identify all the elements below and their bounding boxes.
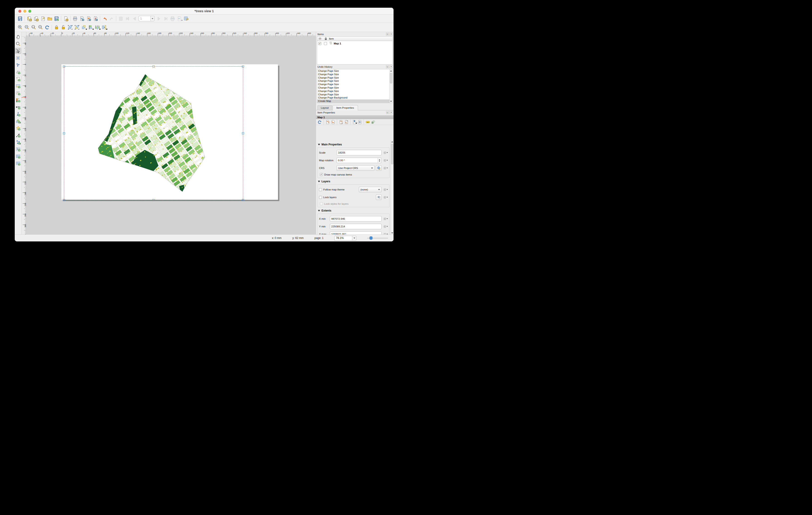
new-layout-button[interactable] [26,15,33,22]
ungroup-items-button[interactable] [74,24,80,31]
scale-override-button[interactable] [383,150,388,155]
tab-layout[interactable]: Layout [317,105,332,110]
export-as-pdf-button[interactable] [92,15,99,22]
zoom-full-extent-button[interactable] [37,24,44,31]
resize-handle-nw[interactable] [63,65,65,67]
zoom-dropdown-icon[interactable] [352,236,356,241]
add-shape-button[interactable] [15,118,21,124]
align-selected-items-button[interactable] [87,24,94,31]
crs-override-button[interactable] [383,166,388,170]
export-as-image-button[interactable] [78,15,85,22]
undo-history-entry[interactable]: Change Page Size [317,76,393,80]
lock-layers-checkbox[interactable] [319,196,322,199]
pan-layout-tool-button[interactable] [15,34,21,40]
items-row-map1[interactable]: ✓ Map 1 [317,41,393,46]
undo-history-entry[interactable]: Change Page Size [317,73,393,76]
redo-button[interactable] [108,15,115,22]
lock-selected-items-button[interactable] [53,24,60,31]
add-attribute-table-button[interactable] [15,153,21,159]
map-item[interactable] [64,67,243,200]
visibility-preset-button[interactable] [376,194,381,200]
dropdown-icon[interactable] [150,16,154,21]
zoom-actual-size-button[interactable]: 1:1 [30,24,37,31]
scroll-down-icon[interactable] [390,100,393,103]
atlas-first-feature-button[interactable] [124,15,131,22]
add-label-button[interactable]: T [15,90,21,96]
map-rotation-spinbox[interactable]: 0.00 ° [337,158,381,163]
resize-handle-se[interactable] [242,199,244,201]
undo-history-entry[interactable]: Change Page Size [317,83,393,86]
add-north-arrow-button[interactable]: N [15,111,21,117]
export-atlas-button[interactable] [176,15,183,22]
atlas-next-feature-button[interactable] [155,15,162,22]
scale-input[interactable] [337,150,381,155]
add-html-frame-button[interactable] [15,146,21,152]
undo-history-entry[interactable]: Create Map [317,99,393,103]
print-layout-button[interactable] [71,15,78,22]
clipping-settings-button[interactable] [371,119,376,125]
ymin-override-button[interactable] [383,224,388,229]
atlas-previous-feature-button[interactable] [131,15,138,22]
close-panel-icon[interactable]: ✕ [390,33,393,35]
float-panel-icon[interactable]: ◱ [386,65,389,68]
layout-page[interactable] [61,64,278,200]
resize-handle-e[interactable] [242,132,244,134]
refresh-view-button[interactable] [44,24,51,31]
atlas-page-input[interactable] [139,16,150,21]
label-settings-button[interactable]: abc [365,119,371,125]
add-fixed-table-button[interactable] [15,160,21,166]
map1-visibility-checkbox[interactable]: ✓ [318,42,321,45]
distribute-selected-items-button[interactable] [94,24,100,31]
add-scalebar-button[interactable] [15,104,21,110]
add-legend-button[interactable] [15,97,21,103]
atlas-page-spinbox[interactable] [139,16,154,21]
print-atlas-button[interactable] [169,15,176,22]
main-properties-section[interactable]: Main Properties [318,143,389,146]
close-panel-icon[interactable]: ✕ [390,111,393,114]
add-items-from-template-button[interactable] [46,15,53,22]
undo-history-entry[interactable]: Change Page Background [317,96,393,99]
save-as-template-button[interactable] [53,15,60,22]
rotation-override-button[interactable] [383,158,388,162]
undo-history-entry[interactable]: Change Page Size [317,69,393,73]
set-map-extent-to-canvas-button[interactable] [325,119,330,125]
map1-lock-checkbox[interactable] [324,42,327,45]
interactively-edit-extent-button[interactable] [357,119,362,125]
add-marker-button[interactable] [15,125,21,131]
xmax-override-button[interactable] [383,232,388,234]
set-canvas-to-map-scale-button[interactable]: 1:23 [344,119,349,125]
add-3d-map-button[interactable] [15,69,21,75]
extents-section[interactable]: Extents [318,209,389,212]
resize-handle-w[interactable] [63,132,65,134]
panel-splitter[interactable] [316,103,394,105]
add-map-button[interactable] [15,76,21,82]
edit-nodes-item-tool-button[interactable] [15,62,21,68]
resize-handle-sw[interactable] [63,199,65,201]
undo-scrollbar[interactable] [389,69,393,103]
zoom-slider[interactable] [367,236,388,240]
bookmark-extent-button[interactable] [352,119,357,125]
raise-selected-items-button[interactable] [80,24,87,31]
xmin-input[interactable] [330,216,381,221]
move-item-content-tool-button[interactable] [15,55,21,61]
select-crs-button[interactable] [376,165,381,171]
float-panel-icon[interactable]: ◱ [386,33,389,35]
atlas-last-feature-button[interactable] [162,15,169,22]
zoom-level-combo[interactable] [335,236,356,241]
properties-scrollbar[interactable] [390,140,394,234]
select-move-item-tool-button[interactable] [15,48,21,54]
follow-map-theme-checkbox[interactable] [319,188,322,191]
add-picture-button[interactable] [15,83,21,89]
undo-button[interactable] [101,15,108,22]
zoom-out-button[interactable] [23,24,30,31]
spinner-arrows-icon[interactable] [378,158,381,162]
scroll-up-icon[interactable] [391,140,394,143]
xmin-override-button[interactable] [383,216,388,221]
undo-history-entry[interactable]: Change Page Size [317,86,393,89]
layers-section[interactable]: Layers [318,180,389,183]
refresh-map-preview-button[interactable] [317,119,322,125]
group-items-button[interactable] [67,24,74,31]
zoom-tool-button[interactable] [15,41,21,47]
resize-handle-ne[interactable] [242,65,244,67]
set-map-scale-to-canvas-button[interactable]: 1:23 [338,119,344,125]
